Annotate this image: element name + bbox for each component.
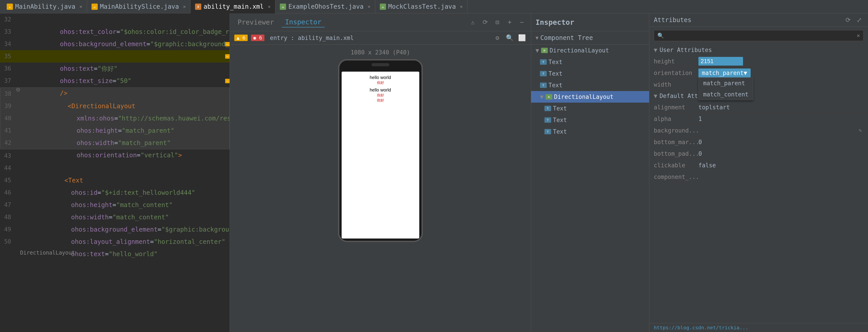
fold-icon[interactable] — [16, 88, 20, 92]
zoom-fit-icon[interactable]: ⊡ — [493, 18, 502, 27]
fold-block: 38 <DirectionalLayout 39 xmlns:ohos="htt… — [0, 87, 229, 149]
warning-badge: ▲ 6 — [234, 35, 248, 41]
attributes-panel: Attributes ⟳ ⤢ 🔍 × ▼ User Attributes hei… — [649, 13, 868, 332]
orientation-dropdown-value[interactable]: match_parent ▼ — [699, 68, 751, 78]
error-count: ◉ 6 — [253, 35, 262, 40]
user-attributes-title: User Attributes — [659, 47, 712, 53]
sync-icon[interactable]: ⟳ — [480, 18, 490, 27]
tab-ability-main-xml-close[interactable]: × — [268, 4, 271, 9]
tab-bar: ☕ MainAbility.java × ☕ MainAbilitySlice.… — [0, 0, 868, 13]
code-line-46: 46 ohos:height="match_content" — [0, 186, 229, 199]
tree-item-directional-inner[interactable]: ▼ ⊞ DirectionalLayout — [531, 91, 649, 103]
attr-value-height — [699, 57, 864, 66]
tab-main-ability[interactable]: ☕ MainAbility.java × — [2, 0, 87, 13]
dropdown-option-match-parent[interactable]: match_parent — [699, 78, 753, 89]
magnify-icon[interactable]: 🔍 — [505, 33, 514, 42]
bottom-link[interactable]: https://blog.csdn.net/trickia... — [654, 325, 748, 330]
device-screen: hello world 你好 hello world 你好 你好 — [342, 71, 419, 239]
dropdown-chevron-icon: ▼ — [744, 70, 747, 76]
screen-text-hello-2: hello world — [345, 87, 416, 93]
line-35-marker: — — [225, 54, 229, 59]
device-notch — [372, 63, 390, 66]
zoom-in-icon[interactable]: + — [505, 18, 514, 27]
main-area: 32 ohos:text_color="$ohos:color:id_color… — [0, 13, 868, 332]
attributes-search-input[interactable] — [666, 32, 855, 39]
expand-icon[interactable]: ⬜ — [518, 33, 526, 42]
tab-example-ohos[interactable]: ☕ ExampleOhosTest.java × — [275, 0, 375, 13]
screen-text-hello-1: hello world — [345, 75, 416, 80]
tree-item-label-text-2: Text — [549, 70, 562, 77]
tab-main-ability-close[interactable]: × — [80, 4, 82, 9]
tab-ability-main-xml[interactable]: X ability_main.xml × — [191, 0, 275, 13]
user-attributes-section-header[interactable]: ▼ User Attributes — [649, 44, 868, 56]
preview-content: 1080 x 2340 (P40) hello world 你好 hello w… — [230, 44, 531, 332]
attributes-title: Attributes — [654, 16, 691, 24]
screen-text-nihao-3: 你好 — [345, 98, 416, 103]
text-icon-4: T — [545, 106, 551, 111]
code-line-42: 42 ohos:orientation="vertical"> — [0, 137, 229, 149]
tab-mock-class[interactable]: ☕ MockClassTest.java × — [375, 0, 468, 13]
line-37-marker: — — [225, 79, 229, 83]
settings-icon[interactable]: ⚙ — [493, 33, 502, 42]
attributes-header: Attributes ⟳ ⤢ — [649, 13, 868, 27]
zoom-out-icon[interactable]: − — [518, 18, 526, 27]
tree-item-text-1[interactable]: T Text — [531, 56, 649, 68]
text-icon-6: T — [545, 129, 551, 134]
bottom-bar: https://blog.csdn.net/trickia... — [649, 323, 868, 332]
code-line-37: 37 /> — — [0, 75, 229, 87]
default-attributes-section-header[interactable]: ▼ Default Attributes — [649, 90, 868, 101]
orientation-dropdown[interactable]: match_parent ▼ match_parent match_conten… — [699, 68, 751, 78]
tree-item-text-4[interactable]: T Text — [531, 103, 649, 114]
tab-main-ability-label: MainAbility.java — [15, 3, 75, 10]
warning-count: ▲ 6 — [237, 35, 245, 40]
attr-value-bottom-mar: 0 — [699, 139, 864, 146]
code-line-33: 33 ohos:background_element="$graphic:bac… — [0, 26, 229, 38]
tree-item-text-6[interactable]: T Text — [531, 126, 649, 138]
user-attributes-collapse-icon: ▼ — [654, 47, 657, 53]
tree-item-label-text-3: Text — [549, 82, 562, 89]
warning-icon[interactable]: ⚠ — [468, 18, 477, 27]
tab-main-ability-slice[interactable]: ☕ MainAbilitySlice.java × — [87, 0, 191, 13]
component-tree-header: ▼ Component Tree — [531, 31, 649, 44]
expand-icon-root: ▼ — [535, 47, 540, 54]
entry-label: entry : ability_main.xml — [270, 35, 354, 41]
tab-previewer[interactable]: Previewer — [234, 17, 277, 27]
attr-value-bottom-pad: 0 — [699, 150, 864, 157]
tab-inspector[interactable]: Inspector — [282, 17, 325, 27]
inspector-area: Inspector ▼ Component Tree ▼ ⊞ Direction… — [531, 13, 649, 332]
attr-name-component: component_... — [654, 174, 699, 180]
search-clear-icon[interactable]: × — [857, 33, 860, 39]
java-icon-4: ☕ — [380, 4, 386, 10]
attr-name-height: height — [654, 58, 699, 65]
code-line-39: 39 xmlns:ohos="http://schemas.huawei.com… — [0, 100, 229, 112]
dropdown-option-match-content[interactable]: match_content — [699, 89, 753, 100]
code-line-49: 49 ohos:layout_alignment="horizontal_cen… — [0, 223, 229, 236]
tree-collapse-icon[interactable]: ▼ — [535, 35, 538, 40]
tree-item-label-inner: DirectionalLayout — [554, 93, 613, 100]
tab-ability-main-xml-label: ability_main.xml — [204, 3, 264, 10]
tree-item-directional-root[interactable]: ▼ ⊞ DirectionalLayout — [531, 44, 649, 56]
tree-item-text-5[interactable]: T Text — [531, 114, 649, 126]
attr-input-height[interactable] — [699, 57, 743, 66]
code-line-40: 40 ohos:height="match_parent" — [0, 112, 229, 124]
attributes-sync-icon[interactable]: ⟳ — [843, 16, 852, 25]
attributes-search-bar: 🔍 × — [654, 30, 864, 41]
preview-toolbar-icons: ⚠ ⟳ ⊡ + − — [468, 18, 526, 27]
tab-example-ohos-label: ExampleOhosTest.java — [288, 3, 364, 10]
tree-item-text-3[interactable]: T Text — [531, 80, 649, 91]
preview-toolbar: Previewer Inspector ⚠ ⟳ ⊡ + − — [230, 13, 531, 31]
tab-mock-class-close[interactable]: × — [460, 4, 463, 9]
code-lines: 32 ohos:text_color="$ohos:color:id_color… — [0, 13, 229, 332]
error-badge: ◉ 6 — [251, 35, 265, 41]
tree-item-text-2[interactable]: T Text — [531, 68, 649, 80]
background-edit-icon[interactable]: ✎ — [857, 127, 864, 134]
tab-main-ability-slice-close[interactable]: × — [183, 4, 186, 9]
text-icon-3: T — [540, 83, 547, 88]
attributes-expand-icon[interactable]: ⤢ — [855, 16, 864, 25]
inspector-header: Inspector — [531, 13, 649, 31]
preview-area: Previewer Inspector ⚠ ⟳ ⊡ + − ▲ 6 ◉ 6 en… — [230, 13, 531, 332]
orientation-dropdown-menu: match_parent match_content — [699, 78, 753, 100]
tab-example-ohos-close[interactable]: × — [368, 4, 370, 9]
inspector-title: Inspector — [535, 18, 574, 27]
attr-row-bottom-pad: bottom_pad... 0 — [649, 148, 868, 159]
